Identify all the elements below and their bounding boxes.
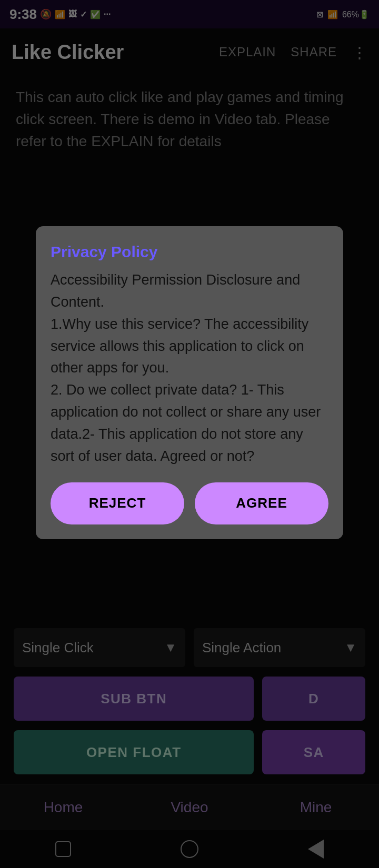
agree-button[interactable]: AGREE xyxy=(195,482,328,524)
dialog-body-text: Accessibility Permission Disclosure and … xyxy=(51,272,321,464)
dialog-actions: REJECT AGREE xyxy=(51,482,328,524)
privacy-policy-dialog: Privacy Policy Accessibility Permission … xyxy=(36,226,343,539)
reject-button[interactable]: REJECT xyxy=(51,482,184,524)
dialog-title: Privacy Policy xyxy=(51,243,328,261)
dialog-body: Accessibility Permission Disclosure and … xyxy=(51,269,328,468)
